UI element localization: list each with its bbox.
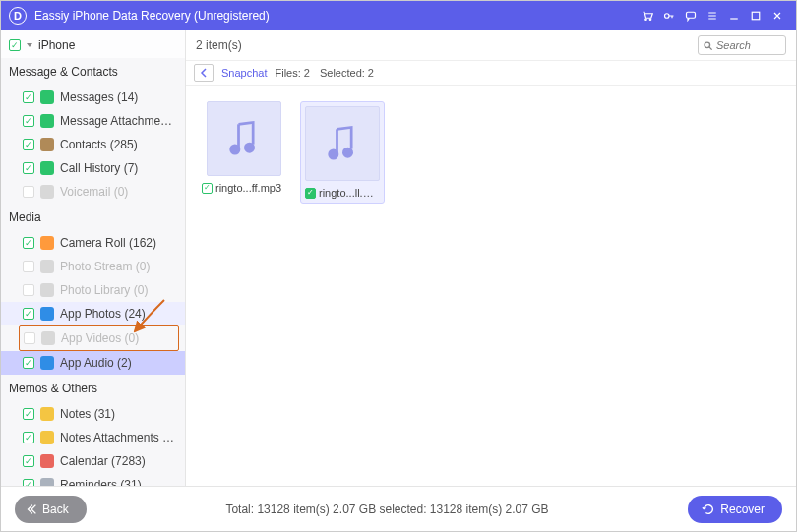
item-checkbox[interactable] <box>23 308 34 320</box>
sidebar-item[interactable]: Contacts (285) <box>1 133 185 156</box>
camera-icon <box>40 236 54 250</box>
file-name: ringto...ll.mp3 <box>319 187 380 199</box>
sidebar-item[interactable]: App Photos (24) <box>1 302 185 325</box>
item-checkbox <box>24 332 35 344</box>
music-note-icon <box>305 106 380 181</box>
menu-icon[interactable] <box>702 5 723 27</box>
item-checkbox[interactable] <box>23 162 34 174</box>
chat-icon[interactable] <box>680 5 702 27</box>
item-label: Messages (14) <box>60 90 138 104</box>
item-label: App Videos (0) <box>61 331 139 345</box>
music-note-icon <box>207 101 281 176</box>
item-checkbox[interactable] <box>23 479 34 486</box>
item-label: App Photos (24) <box>60 307 146 321</box>
svg-point-9 <box>342 148 353 158</box>
maximize-icon[interactable] <box>745 5 766 27</box>
file-thumbnail[interactable]: ringto...ff.mp3 <box>202 101 286 194</box>
sidebar-item[interactable]: Call History (7) <box>1 156 185 180</box>
item-label: Reminders (31) <box>60 478 142 486</box>
sidebar-item: Photo Stream (0) <box>1 255 185 278</box>
section-header: Media <box>1 204 185 231</box>
breadcrumb-files: Files: 2 <box>275 67 309 79</box>
item-checkbox[interactable] <box>23 455 34 467</box>
key-icon[interactable] <box>658 5 680 27</box>
svg-point-0 <box>645 19 647 21</box>
thumb-checkbox[interactable] <box>305 188 316 199</box>
sidebar-root[interactable]: iPhone <box>1 30 185 58</box>
item-label: App Audio (2) <box>60 356 132 370</box>
back-button[interactable]: Back <box>15 496 87 523</box>
breadcrumb: Snapchat Files: 2 Selected: 2 <box>186 60 796 86</box>
svg-point-1 <box>649 19 651 21</box>
sidebar-item[interactable]: Reminders (31) <box>1 473 185 486</box>
item-checkbox[interactable] <box>23 237 34 249</box>
root-checkbox[interactable] <box>9 39 21 51</box>
breadcrumb-selected: Selected: 2 <box>320 67 374 79</box>
sidebar-item[interactable]: Notes Attachments (24) <box>1 426 185 449</box>
contacts-icon <box>40 138 54 151</box>
item-label: Notes (31) <box>60 407 115 421</box>
back-button-label: Back <box>42 502 69 516</box>
thumbnail-grid: ringto...ff.mp3ringto...ll.mp3 <box>186 86 796 486</box>
item-label: Calendar (7283) <box>60 454 146 468</box>
search-input[interactable] <box>698 35 786 55</box>
close-icon[interactable] <box>766 5 788 27</box>
cart-icon[interactable] <box>637 5 658 27</box>
phone-icon <box>40 161 54 175</box>
cloud-icon <box>40 260 54 273</box>
window-title: Eassiy iPhone Data Recovery (Unregistere… <box>34 9 270 23</box>
item-label: Message Attachments... <box>60 114 177 128</box>
photo-icon <box>40 283 54 297</box>
sidebar-item[interactable]: Camera Roll (162) <box>1 231 185 255</box>
item-label: Photo Stream (0) <box>60 260 150 273</box>
thumb-checkbox[interactable] <box>202 183 213 194</box>
item-checkbox[interactable] <box>23 408 34 420</box>
file-thumbnail[interactable]: ringto...ll.mp3 <box>300 101 385 204</box>
item-checkbox[interactable] <box>23 115 34 127</box>
sidebar-item[interactable]: Notes (31) <box>1 402 185 426</box>
item-label: Photo Library (0) <box>60 283 148 297</box>
breadcrumb-folder[interactable]: Snapchat <box>221 67 267 79</box>
breadcrumb-back-button[interactable] <box>194 64 214 82</box>
sidebar: iPhone Message & ContactsMessages (14)Me… <box>1 30 186 486</box>
sidebar-item: Photo Library (0) <box>1 278 185 302</box>
app-photos-icon <box>40 307 54 321</box>
item-checkbox <box>23 186 34 198</box>
attachment-icon <box>40 114 54 128</box>
footer: Back Total: 13128 item(s) 2.07 GB select… <box>1 486 796 531</box>
item-label: Notes Attachments (24) <box>60 431 177 444</box>
sidebar-item[interactable]: Message Attachments... <box>1 109 185 133</box>
svg-rect-3 <box>687 12 696 18</box>
root-label: iPhone <box>38 38 75 52</box>
section-header: Message & Contacts <box>1 58 185 86</box>
recover-button-label: Recover <box>720 502 765 516</box>
item-checkbox[interactable] <box>23 357 34 369</box>
chevron-down-icon <box>27 43 32 47</box>
item-checkbox[interactable] <box>23 139 34 150</box>
item-checkbox <box>23 261 34 272</box>
item-checkbox[interactable] <box>23 91 34 103</box>
sidebar-item[interactable]: Calendar (7283) <box>1 449 185 473</box>
notes-attach-icon <box>40 431 54 444</box>
content-pane: 2 item(s) Snapchat Files: 2 Selected: 2 … <box>186 30 796 486</box>
file-name: ringto...ff.mp3 <box>215 182 286 194</box>
notes-icon <box>40 407 54 421</box>
svg-point-7 <box>244 143 255 153</box>
svg-point-2 <box>665 14 670 19</box>
item-label: Contacts (285) <box>60 138 138 151</box>
item-count: 2 item(s) <box>196 38 698 52</box>
reminders-icon <box>40 478 54 486</box>
audio-icon <box>40 356 54 370</box>
search-field[interactable] <box>716 39 775 51</box>
item-checkbox[interactable] <box>23 432 34 443</box>
item-label: Camera Roll (162) <box>60 236 156 250</box>
messages-icon <box>40 90 54 104</box>
video-icon <box>41 331 55 345</box>
recover-button[interactable]: Recover <box>688 496 782 523</box>
voicemail-icon <box>40 185 54 199</box>
section-header: Memos & Others <box>1 375 185 402</box>
sidebar-item[interactable]: Messages (14) <box>1 86 185 109</box>
titlebar: D Eassiy iPhone Data Recovery (Unregiste… <box>1 1 796 30</box>
sidebar-item[interactable]: App Audio (2) <box>1 351 185 375</box>
minimize-icon[interactable] <box>723 5 745 27</box>
